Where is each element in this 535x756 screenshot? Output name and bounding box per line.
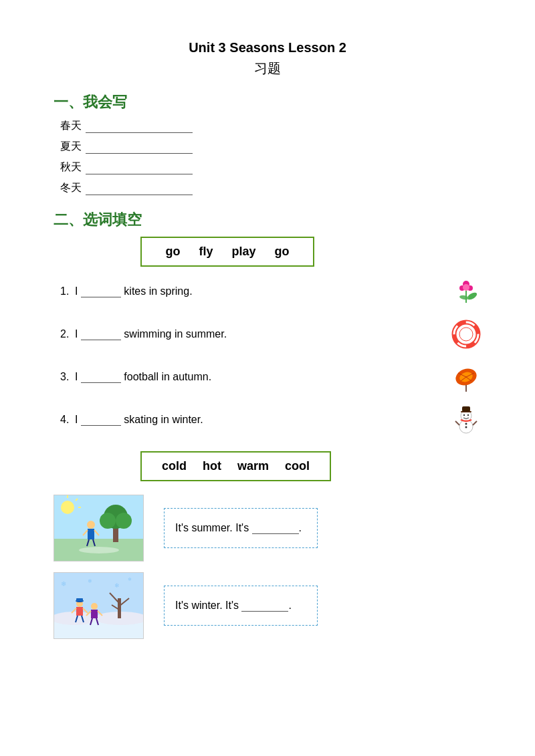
spring-line[interactable]	[86, 120, 193, 133]
blank-1[interactable]	[81, 285, 121, 297]
winter-line[interactable]	[86, 182, 193, 195]
svg-point-37	[87, 521, 95, 529]
autumn-label: 秋天	[60, 160, 86, 174]
winter-row: ❄ ❄ ❄ ❄	[54, 572, 481, 639]
svg-point-7	[454, 322, 478, 346]
section2-heading: 二、选词填空	[54, 210, 481, 230]
word-go2: go	[275, 245, 290, 259]
spring-label: 春天	[60, 119, 86, 133]
svg-point-21	[463, 414, 465, 416]
write-row-summer: 夏天	[60, 140, 481, 154]
svg-rect-63	[76, 598, 83, 602]
svg-point-22	[467, 414, 469, 416]
write-row-spring: 春天	[60, 119, 481, 133]
svg-point-5	[459, 295, 469, 300]
sentence-3: 3. I football in autumn.	[60, 362, 481, 392]
word-fly: fly	[199, 245, 213, 259]
svg-rect-38	[88, 529, 94, 539]
blank-3[interactable]	[81, 371, 121, 383]
summer-scene-image	[54, 495, 144, 561]
svg-point-23	[465, 423, 467, 425]
winter-label: 冬天	[60, 181, 86, 195]
word-box-1: go fly play go	[140, 237, 314, 267]
sentence-num-4: 4.	[60, 414, 75, 426]
sentence-num-1: 1.	[60, 285, 75, 297]
svg-point-64	[91, 603, 98, 610]
sentence-4: 4. I skating in winter.	[60, 404, 481, 435]
svg-rect-65	[91, 610, 98, 618]
summer-line[interactable]	[86, 140, 193, 154]
sentence-2: 2. I swimming in summer.	[60, 319, 481, 350]
sentence-text-3: I football in autumn.	[75, 371, 443, 383]
svg-point-35	[100, 513, 116, 529]
summer-label: 夏天	[60, 140, 86, 154]
word-hot: hot	[203, 459, 221, 473]
svg-text:❄: ❄	[128, 577, 132, 582]
winter-scene-image: ❄ ❄ ❄ ❄	[54, 572, 144, 639]
sub-title: 习题	[54, 59, 481, 78]
svg-text:❄: ❄	[88, 578, 92, 584]
autumn-line[interactable]	[86, 161, 193, 174]
word-cool: cool	[285, 459, 310, 473]
section1-heading: 一、我会写	[54, 92, 481, 112]
image-answer-section: It's summer. It's . ❄ ❄ ❄ ❄	[54, 495, 481, 639]
winter-answer-box[interactable]: It's winter. It's .	[164, 586, 318, 626]
title-block: Unit 3 Seasons Lesson 2 习题	[54, 40, 481, 78]
svg-line-26	[473, 421, 477, 425]
winter-sentence: It's winter. It's .	[175, 600, 292, 612]
word-box-2: cold hot warm cool	[140, 451, 331, 481]
snowman-icon	[451, 404, 481, 435]
write-row-winter: 冬天	[60, 181, 481, 195]
sentence-text-1: I kites in spring.	[75, 285, 443, 297]
main-title: Unit 3 Seasons Lesson 2	[54, 40, 481, 55]
svg-point-29	[61, 501, 74, 514]
kite-icon	[451, 276, 481, 307]
svg-point-9	[459, 328, 473, 341]
svg-point-4	[466, 291, 478, 301]
sentence-text-4: I skating in winter.	[75, 414, 443, 426]
summer-blank[interactable]	[252, 522, 299, 534]
write-row-autumn: 秋天	[60, 160, 481, 174]
svg-point-3	[463, 284, 469, 291]
swim-ring-icon	[451, 319, 481, 350]
svg-point-36	[116, 513, 132, 529]
blank-4[interactable]	[81, 414, 121, 426]
sentence-num-3: 3.	[60, 371, 75, 383]
sentence-1: 1. I kites in spring.	[60, 276, 481, 307]
write-section: 春天 夏天 秋天 冬天	[60, 119, 481, 195]
word-cold: cold	[162, 459, 187, 473]
svg-rect-20	[462, 406, 470, 412]
svg-point-43	[79, 547, 119, 553]
summer-sentence: It's summer. It's .	[175, 522, 302, 534]
winter-blank[interactable]	[241, 600, 288, 612]
sentence-text-2: I swimming in summer.	[75, 328, 443, 340]
summer-row: It's summer. It's .	[54, 495, 481, 561]
svg-line-25	[455, 421, 459, 425]
worksheet-page: Unit 3 Seasons Lesson 2 习题 一、我会写 春天 夏天 秋…	[0, 0, 535, 756]
summer-answer-box[interactable]: It's summer. It's .	[164, 508, 318, 548]
blank-2[interactable]	[81, 328, 121, 340]
svg-rect-57	[76, 607, 83, 616]
word-go1: go	[165, 245, 180, 259]
svg-point-24	[465, 426, 467, 428]
svg-text:❄: ❄	[114, 582, 120, 589]
word-warm: warm	[237, 459, 269, 473]
sentence-num-2: 2.	[60, 328, 75, 340]
autumn-leaf-icon	[451, 362, 481, 392]
svg-text:❄: ❄	[61, 580, 66, 588]
word-play: play	[231, 245, 255, 259]
